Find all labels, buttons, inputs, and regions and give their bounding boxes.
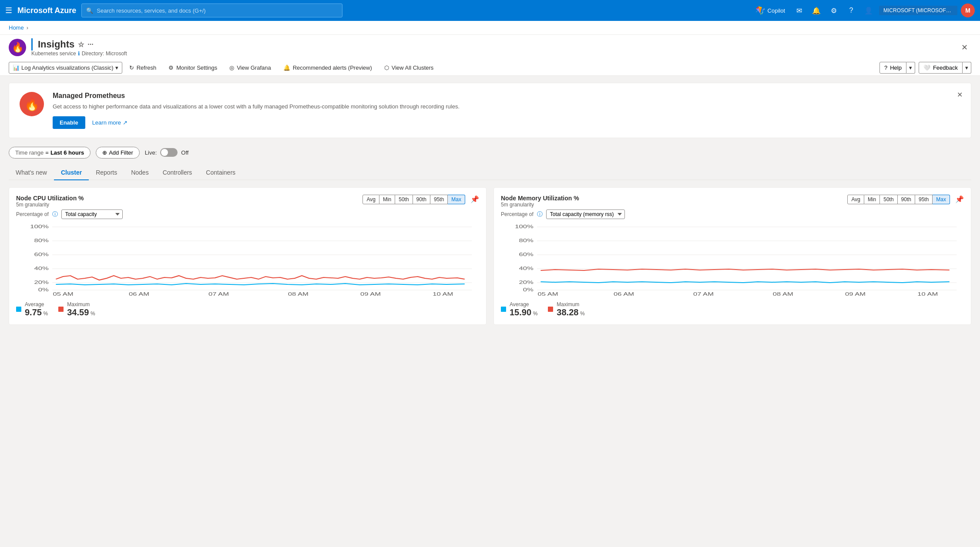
feedback-button[interactable]: 🤍 Feedback (919, 62, 963, 74)
time-range-value: Last 6 hours (50, 149, 84, 156)
memory-chart-controls: Avg Min 50th 90th 95th Max 📌 (847, 195, 964, 204)
favorite-star-icon[interactable]: ☆ (78, 41, 84, 49)
mem-btn-max[interactable]: Max (933, 195, 950, 204)
svg-text:40%: 40% (34, 266, 49, 271)
cpu-chart-card: Node CPU Utilization % 5m granularity Av… (9, 187, 487, 325)
cpu-avg-value-row: 9.75 % (25, 307, 48, 317)
mem-btn-min[interactable]: Min (864, 195, 880, 204)
memory-max-value: 38.28 (557, 307, 578, 317)
view-all-clusters-button[interactable]: ⬡ View All Clusters (379, 62, 439, 74)
feedback-dropdown-chevron[interactable]: ▾ (963, 62, 971, 74)
banner-close-button[interactable]: ✕ (953, 88, 966, 101)
memory-max-label: Maximum (557, 301, 584, 307)
svg-text:06 AM: 06 AM (614, 292, 634, 297)
filters-bar: Time range = Last 6 hours ⊕ Add Filter L… (9, 147, 971, 159)
close-button[interactable]: ✕ (957, 41, 971, 54)
tab-nodes[interactable]: Nodes (124, 165, 155, 180)
tab-reports[interactable]: Reports (89, 165, 124, 180)
copilot-icon: 🪁 (755, 6, 765, 15)
grafana-icon: ◎ (229, 64, 234, 71)
tab-whats-new[interactable]: What's new (9, 165, 54, 180)
svg-text:60%: 60% (519, 252, 534, 257)
view-all-clusters-label: View All Clusters (392, 64, 434, 71)
memory-info-icon: ⓘ (537, 210, 543, 218)
mem-btn-95th[interactable]: 95th (915, 195, 933, 204)
brand-name: Microsoft Azure (17, 6, 76, 15)
memory-avg-value: 15.90 (510, 307, 531, 317)
dropdown-chevron-icon: ▾ (115, 64, 118, 71)
more-options-icon[interactable]: ··· (87, 41, 93, 48)
settings-button[interactable]: ⚙ (827, 3, 841, 17)
add-filter-button[interactable]: ⊕ Add Filter (96, 147, 140, 159)
memory-chart-title-group: Node Memory Utilization % 5m granularity (501, 195, 579, 208)
memory-chart-card: Node Memory Utilization % 5m granularity… (493, 187, 971, 325)
notifications-button[interactable]: 🔔 (809, 3, 823, 17)
svg-text:10 AM: 10 AM (917, 292, 938, 297)
cpu-max-legend: Maximum 34.59 % (58, 301, 95, 317)
service-label: Kubernetes service (31, 51, 76, 57)
directory-value: Microsoft (106, 51, 127, 57)
visualizations-dropdown[interactable]: 📊 Log Analytics visualizations (Classic)… (9, 62, 122, 74)
svg-text:10 AM: 10 AM (433, 292, 453, 297)
directory-label: Directory: (82, 51, 104, 57)
cpu-max-value-row: 34.59 % (67, 307, 95, 317)
cpu-chart-title: Node CPU Utilization % (16, 195, 84, 202)
enable-button[interactable]: Enable (53, 116, 85, 129)
memory-pin-icon[interactable]: 📌 (955, 195, 964, 203)
banner-description: Get access to higher performance data an… (53, 102, 960, 111)
add-filter-icon: ⊕ (102, 149, 107, 156)
recommended-alerts-button[interactable]: 🔔 Recommended alerts (Preview) (278, 62, 377, 74)
memory-capacity-select[interactable]: Total capacity (memory rss) Total capaci… (546, 209, 625, 219)
feedback-heart-icon: 🤍 (923, 64, 930, 71)
banner-content: Managed Prometheus Get access to higher … (53, 92, 960, 129)
refresh-icon: ↻ (129, 64, 134, 71)
cpu-capacity-select[interactable]: Total capacity Allocatable capacity (61, 209, 123, 219)
svg-text:05 AM: 05 AM (53, 292, 74, 297)
memory-avg-label-group: Average 15.90 % (510, 301, 537, 317)
memory-chart-title: Node Memory Utilization % (501, 195, 579, 202)
learn-more-link[interactable]: Learn more ↗ (92, 119, 128, 126)
help-dropdown-button[interactable]: ? Help (879, 62, 906, 74)
monitor-settings-button[interactable]: ⚙ Monitor Settings (163, 62, 222, 74)
cpu-btn-max[interactable]: Max (448, 195, 465, 204)
feedback-icon-button[interactable]: ✉ (792, 3, 806, 17)
tab-cluster[interactable]: Cluster (54, 165, 89, 180)
cpu-btn-50th[interactable]: 50th (395, 195, 413, 204)
recommended-alerts-label: Recommended alerts (Preview) (293, 64, 372, 71)
clusters-icon: ⬡ (384, 64, 389, 71)
cpu-pin-icon[interactable]: 📌 (470, 195, 479, 203)
mem-btn-50th[interactable]: 50th (880, 195, 897, 204)
cpu-chart-legend: Average 9.75 % Maximum 34.59 % (16, 301, 479, 317)
cpu-btn-95th[interactable]: 95th (430, 195, 448, 204)
copilot-button[interactable]: 🪁 Copilot (752, 4, 789, 17)
cpu-avg-unit: % (44, 311, 48, 317)
cpu-chart-header: Node CPU Utilization % 5m granularity Av… (16, 195, 479, 208)
mem-btn-avg[interactable]: Avg (847, 195, 864, 204)
avatar[interactable]: M (961, 3, 975, 17)
account-name[interactable]: MICROSOFT (MICROSOFT.ONMI... (879, 6, 957, 15)
memory-max-label-group: Maximum 38.28 % (557, 301, 584, 317)
search-bar[interactable]: 🔍 Search resources, services, and docs (… (81, 3, 342, 17)
live-toggle-switch[interactable] (160, 148, 178, 157)
refresh-button[interactable]: ↻ Refresh (124, 62, 162, 74)
help-button[interactable]: ? (844, 3, 858, 17)
svg-text:0%: 0% (523, 287, 534, 292)
live-state: Off (181, 149, 188, 156)
cpu-btn-avg[interactable]: Avg (362, 195, 379, 204)
external-link-icon: ↗ (123, 119, 128, 126)
memory-avg-label: Average (510, 301, 537, 307)
mem-btn-90th[interactable]: 90th (898, 195, 915, 204)
time-range-button[interactable]: Time range = Last 6 hours (9, 147, 91, 159)
tab-controllers[interactable]: Controllers (156, 165, 199, 180)
tab-containers[interactable]: Containers (199, 165, 242, 180)
breadcrumb-home[interactable]: Home (9, 24, 24, 31)
cpu-avg-label: Average (25, 301, 48, 307)
cpu-btn-min[interactable]: Min (379, 195, 395, 204)
user-profile-button[interactable]: 👤 (862, 3, 876, 17)
view-grafana-button[interactable]: ◎ View Grafana (224, 62, 276, 74)
memory-avg-color (501, 307, 506, 312)
cpu-btn-90th[interactable]: 90th (413, 195, 430, 204)
breadcrumb-separator: › (27, 24, 28, 31)
help-dropdown-chevron[interactable]: ▾ (906, 62, 915, 74)
hamburger-icon[interactable]: ☰ (5, 6, 12, 15)
